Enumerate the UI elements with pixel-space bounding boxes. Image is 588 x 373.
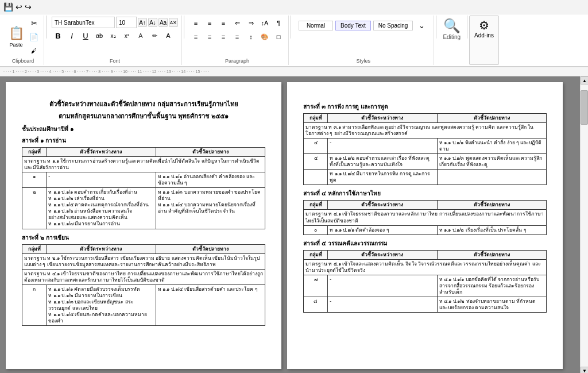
numbering-button[interactable]: ≡ xyxy=(203,17,216,29)
highlight-button[interactable]: ✏ xyxy=(148,29,161,42)
sort-button[interactable]: ↕A xyxy=(258,17,271,29)
doc-title-line2: ตามหลักสูตรแกนกลางการศึกษาขั้นพื้นฐาน พุ… xyxy=(22,111,265,121)
table-row: ๔ - ท ๑.๑ ป.๑/๑ ฟังคำแนะนำ คำสั่ง ง่าย ๆ… xyxy=(304,139,547,154)
redo-icon[interactable]: ↪ xyxy=(25,2,32,11)
table-section1: กลุ่มที่ ตัวชี้วัดระหว่างทาง ตัวชี้วัดปล… xyxy=(22,147,265,229)
styles-expand-icon[interactable]: ⌄ xyxy=(415,19,428,32)
table-section2: กลุ่มที่ ตัวชี้วัดระหว่างทาง ตัวชี้วัดปล… xyxy=(22,244,265,326)
paste-icon: 📋 xyxy=(9,26,24,41)
subscript-button[interactable]: x₂ xyxy=(107,29,119,42)
font-name-input[interactable] xyxy=(52,17,115,28)
scroll-track-v[interactable] xyxy=(581,84,588,367)
strikethrough-button[interactable]: ab xyxy=(93,29,106,42)
scroll-down-button[interactable]: ▼ xyxy=(581,367,588,373)
sep5 xyxy=(467,16,467,39)
th-end2: ตัวชี้วัดปลายทาง xyxy=(156,244,265,253)
paste-label: Paste xyxy=(9,42,22,48)
standard-row-2b: มาตรฐาน ท ๔.๑ เข้าใจธรรมชาติของภาษาไทย ก… xyxy=(22,269,265,284)
style-normal[interactable]: Normal xyxy=(299,21,333,30)
clear-format-icon[interactable]: A✕ xyxy=(169,18,178,27)
editing-icon: 🔍 xyxy=(443,18,461,34)
increase-indent-button[interactable]: ⇒ xyxy=(245,17,257,29)
scroll-up-button[interactable]: ▲ xyxy=(581,76,588,84)
page-1: ตัวชี้วัดระหว่างทางและตัวชี้วัดปลายทาง ก… xyxy=(6,82,281,369)
decrease-indent-button[interactable]: ⇐ xyxy=(231,17,243,29)
undo-icon[interactable]: ↩ xyxy=(16,2,22,11)
ribbon: 💾 ↩ ↪ 📋 Paste ✂ 📄 🖌 Clipboard xyxy=(0,0,588,67)
table-section4: กลุ่มที่ ตัวชี้วัดระหว่างทาง ตัวชี้วัดปล… xyxy=(303,200,547,234)
sep4 xyxy=(436,16,436,39)
bold-button[interactable]: B xyxy=(52,29,64,42)
sep3 xyxy=(291,16,291,39)
table-section5: กลุ่มที่ ตัวชี้วัดระหว่างทาง ตัวชี้วัดปล… xyxy=(303,250,547,313)
change-case-icon[interactable]: Aa xyxy=(158,18,168,27)
table-row: มาตรฐาน ท ๔.๑ เข้าใจธรรมชาติของภาษาและหล… xyxy=(304,210,547,225)
table-row: ๘ - ท ๔.๑ ป.๑/๒ ท่องจำบทอาขยานตาม ที่กำห… xyxy=(304,297,547,312)
text-effect-button[interactable]: A xyxy=(162,29,175,42)
main-area: ตัวชี้วัดระหว่างทางและตัวชี้วัดปลายทาง ก… xyxy=(0,76,588,373)
justify-button[interactable]: ≡ xyxy=(231,30,243,43)
underline-button[interactable]: U xyxy=(79,29,92,42)
borders-button[interactable]: □ xyxy=(272,30,285,43)
multilevel-button[interactable]: ≡ xyxy=(217,17,230,29)
table-row: ๐ ท ๑.๑ ป.๑/๑ ตัดคำล้องจอง ๆ ท ๑.๑ ป.๑/๒… xyxy=(304,225,547,234)
styles-group: Normal Body Text No Spacing ⌄ Styles xyxy=(293,16,434,65)
font-size-input[interactable] xyxy=(116,17,137,28)
font-label: Font xyxy=(110,57,120,64)
shading-button[interactable]: 🎨 xyxy=(258,30,271,43)
show-marks-button[interactable]: ¶ xyxy=(272,17,285,29)
table-row: มาตรฐาน ท ๔.๑ เข้าใจธรรมชาติของภาษาไทย ก… xyxy=(22,269,265,284)
th-end1: ตัวชี้วัดปลายทาง xyxy=(156,148,265,157)
save-icon[interactable]: 💾 xyxy=(3,2,13,11)
styles-label: Styles xyxy=(356,57,370,64)
align-left-button[interactable]: ≡ xyxy=(189,30,202,43)
copy-icon[interactable]: 📄 xyxy=(28,30,40,43)
font-color-button[interactable]: A xyxy=(134,29,147,42)
cut-icon[interactable]: ✂ xyxy=(28,17,40,29)
align-center-button[interactable]: ≡ xyxy=(203,30,216,43)
font-group: A↑ A↓ Aa A✕ B I U ab x₂ x² A ✏ A Font xyxy=(48,16,182,65)
increase-font-icon[interactable]: A↑ xyxy=(138,18,147,27)
addins-button[interactable]: ⚙ Add-ins xyxy=(469,16,499,65)
style-no-spacing[interactable]: No Spacing xyxy=(373,21,413,30)
italic-button[interactable]: I xyxy=(65,29,78,42)
clipboard-label: Clipboard xyxy=(12,57,34,64)
line-spacing-button[interactable]: ↕ xyxy=(245,30,257,43)
paragraph-group: ≡ ≡ ≡ ⇐ ⇒ ↕A ¶ ≡ ≡ ≡ ≡ ↕ 🎨 □ xyxy=(186,16,289,65)
document-area[interactable]: ตัวชี้วัดระหว่างทางและตัวชี้วัดปลายทาง ก… xyxy=(0,76,580,373)
table-row: มาตรฐาน ท ๑.๑ ใช้กระบวนการอ่านสร้างความร… xyxy=(22,157,265,172)
bullets-button[interactable]: ≡ xyxy=(189,17,202,29)
vertical-scrollbar[interactable]: ▲ ▼ xyxy=(580,76,588,373)
decrease-font-icon[interactable]: A↓ xyxy=(148,18,157,27)
section2-header: สาระที่ ๒ การเขียน xyxy=(22,234,265,242)
align-right-button[interactable]: ≡ xyxy=(217,30,230,43)
style-body-text[interactable]: Body Text xyxy=(335,21,371,30)
paragraph-label: Paragraph xyxy=(225,57,249,64)
addins-icon: ⚙ xyxy=(479,18,489,32)
format-painter-icon[interactable]: 🖌 xyxy=(28,44,40,57)
section1-header: สาระที่ ๑ การอ่าน xyxy=(22,137,265,145)
ruler: · · · · 1 · · · · 2 · · · · 3 · · · · 4 … xyxy=(0,67,588,76)
doc-title-line1: ตัวชี้วัดระหว่างทางและตัวชี้วัดปลายทาง ก… xyxy=(22,99,265,109)
sep1 xyxy=(46,16,47,39)
table-row: ก ท ๑.๑ ป.๑/๑ คัดลายมือตัวบรรจงเต็มบรรทั… xyxy=(22,284,265,325)
ruler-marks: · · · · 1 · · · · 2 · · · · 3 · · · · 4 … xyxy=(1,70,587,74)
scroll-thumb-v[interactable] xyxy=(581,90,588,125)
table-row: มาตรฐาน ท ๕.๑ เข้าใจและแสดงความคิดเห็น จ… xyxy=(304,259,547,275)
table-row: ๕ ท ๑.๑ ป.๑/๒ ตอบคำถามและเล่าเรื่อง ที่ฟ… xyxy=(304,154,547,170)
table-row: ๑ - ท ๑.๑ ป.๑/๑ อ่านออกเสียงคำ คำคล้องจอ… xyxy=(22,172,265,188)
section3-header: สาระที่ ๓ การฟัง การดู และการพูด xyxy=(303,103,547,111)
superscript-button[interactable]: x² xyxy=(121,29,133,42)
th-between1: ตัวชี้วัดระหว่างทาง xyxy=(47,148,156,157)
table-row: ท ๑.๑ ป.๑/๔ มีมารยาทในการฟัง การดู และกา… xyxy=(304,170,547,185)
standard-row-2a: มาตรฐาน ท ๒.๑ ใช้กระบวนการเขียนสื่อสาร เ… xyxy=(22,253,265,269)
th-between2: ตัวชี้วัดระหว่างทาง xyxy=(47,244,156,253)
editing-label: Editing xyxy=(443,34,461,40)
paste-button[interactable]: 📋 Paste xyxy=(6,24,26,50)
addins-label: Add-ins xyxy=(474,32,494,39)
clipboard-group: 📋 Paste ✂ 📄 🖌 Clipboard xyxy=(2,16,44,65)
editing-button[interactable]: 🔍 Editing xyxy=(438,16,465,65)
th-group2: กลุ่มที่ xyxy=(22,244,47,253)
page-2: สาระที่ ๓ การฟัง การดู และการพูด กลุ่มที… xyxy=(287,82,563,369)
level-header: ชั้นประถมศึกษาปีที่ ๑ xyxy=(22,125,265,133)
